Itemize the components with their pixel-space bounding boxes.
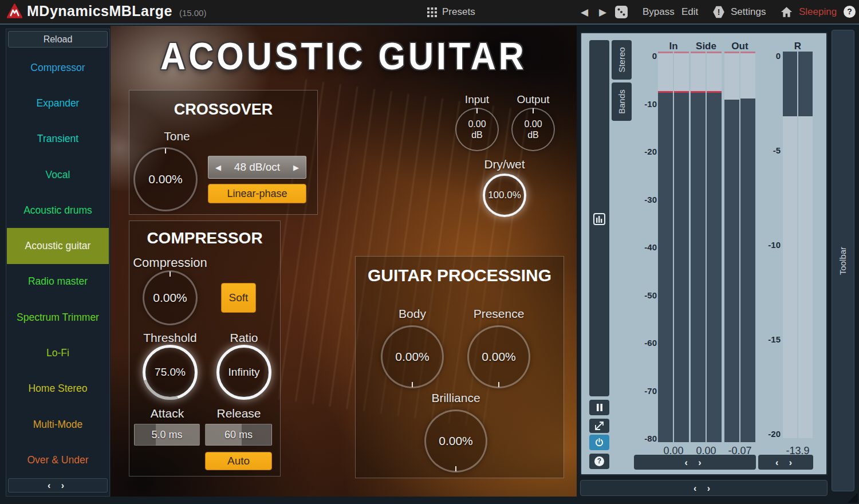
sleeping-status[interactable]: Sleeping (799, 6, 837, 18)
main-meter-scale: 0-10-20-30-40-50-60-70-80 (634, 33, 657, 477)
popout-meter-button[interactable] (589, 419, 609, 433)
popout-icon (595, 422, 604, 430)
output-knob[interactable]: 0.00 dB (511, 108, 555, 151)
presence-knob[interactable]: 0.00% (467, 325, 530, 388)
body-label: Body (378, 307, 447, 321)
compressor-title: COMPRESSOR (129, 229, 280, 247)
attack-slider[interactable]: 5.0 ms (134, 424, 200, 446)
scale-tick: -10 (634, 100, 657, 109)
attack-label: Attack (136, 407, 199, 420)
sidebar-item-multi-mode[interactable]: Multi-Mode (7, 407, 109, 442)
pause-metering-button[interactable] (589, 400, 609, 415)
sidebar-item-compressor[interactable]: Compressor (7, 50, 109, 85)
toolbar-label: Toolbar (838, 246, 848, 274)
crossover-section: CROSSOVER Tone 0.00% ◀ 48 dB/oct ▶ Linea… (129, 90, 318, 215)
app-version: (15.00) (179, 8, 207, 18)
scale-tick: -80 (634, 434, 657, 443)
tab-stereo[interactable]: Stereo (612, 40, 632, 80)
app-title: MDynamicsMBLarge (27, 3, 172, 19)
sidebar-item-acoustic-guitar[interactable]: Acoustic guitar (7, 228, 109, 263)
scroll-chevrons-icon: ‹ › (48, 481, 68, 490)
knob-pointer (170, 271, 171, 277)
r-meter-zoom-scrollbar[interactable]: ‹ › (758, 455, 813, 470)
sidebar-scrollbar[interactable]: ‹ › (8, 478, 108, 493)
sidebar-item-expander[interactable]: Expander (7, 85, 109, 121)
soft-knee-button[interactable]: Soft (221, 283, 256, 313)
sidebar-item-spectrum-trimmer[interactable]: Spectrum Trimmer (7, 300, 109, 335)
tone-knob[interactable]: 0.00% (133, 147, 198, 211)
sidebar-item-acoustic-drums[interactable]: Acoustic drums (7, 192, 109, 228)
preset-sidebar: Reload CompressorExpanderTransientVocalA… (6, 29, 110, 497)
reload-button[interactable]: Reload (8, 31, 108, 48)
tab-stereo-label: Stereo (617, 47, 626, 72)
tone-value: 0.00% (148, 172, 183, 186)
meter-panel: Stereo Bands In Side Out R 0-10-20-30-40… (580, 32, 828, 475)
knob-arc-gap (133, 335, 207, 410)
sidebar-item-radio-master[interactable]: Radio master (7, 264, 109, 300)
tone-label: Tone (140, 129, 214, 143)
slope-value: 48 dB/oct (234, 161, 280, 174)
home-icon[interactable] (781, 6, 793, 18)
auto-release-button[interactable]: Auto (205, 452, 272, 470)
body-knob[interactable]: 0.00% (381, 325, 444, 388)
title-bar: MDynamicsMBLarge (15.00) Presets ◀ ▶ Byp… (0, 0, 859, 25)
compression-value: 0.00% (153, 291, 187, 305)
plugin-window: MDynamicsMBLarge (15.00) Presets ◀ ▶ Byp… (0, 0, 859, 504)
meter-power-button[interactable] (589, 435, 609, 450)
release-slider[interactable]: 60 ms (205, 424, 272, 446)
scale-tick: -30 (634, 195, 657, 204)
sidebar-item-vocal[interactable]: Vocal (7, 157, 109, 192)
drywet-label: Dry/wet (476, 158, 533, 171)
scale-tick: -70 (634, 387, 657, 396)
linear-phase-button[interactable]: Linear-phase (208, 184, 306, 203)
bypass-button[interactable]: Bypass (643, 6, 675, 18)
scale-tick: 0 (758, 52, 781, 61)
presets-grid-icon[interactable] (427, 7, 437, 17)
window-resize-grip[interactable] (848, 493, 858, 503)
guitar-processing-section: GUITAR PROCESSING Body 0.00% Presence 0.… (355, 256, 564, 478)
compressor-section: COMPRESSOR Compression 0.00% Soft Thresh… (129, 220, 281, 477)
edit-button[interactable]: Edit (681, 6, 698, 18)
previous-preset-icon[interactable]: ◀ (581, 6, 588, 18)
sidebar-item-home-stereo[interactable]: Home Stereo (7, 371, 109, 407)
toolbar-handle[interactable]: Toolbar (832, 30, 854, 491)
random-preset-dice-icon[interactable] (615, 6, 628, 18)
stepper-right-icon[interactable]: ▶ (293, 163, 299, 172)
ratio-knob[interactable]: Infinity (216, 345, 271, 400)
stepper-left-icon[interactable]: ◀ (215, 163, 221, 172)
meter-bars-icon[interactable] (593, 213, 605, 225)
scale-tick: -10 (758, 241, 781, 250)
ratio-label: Ratio (221, 331, 267, 345)
knob-pointer (412, 382, 413, 387)
r-meter-scale: 0-5-10-15-20 (763, 33, 781, 477)
help-icon[interactable]: ? (844, 6, 856, 18)
sidebar-item-transient[interactable]: Transient (7, 121, 109, 157)
meter-bar-in-left (658, 52, 673, 442)
panel-scrollbar[interactable]: ‹ › (580, 480, 828, 496)
meter-help-button[interactable]: ? (589, 454, 609, 469)
sidebar-item-over-under[interactable]: Over & Under (7, 442, 109, 478)
brilliance-knob[interactable]: 0.00% (424, 410, 487, 472)
compression-knob[interactable]: 0.00% (143, 270, 198, 325)
tab-bands[interactable]: Bands (612, 82, 632, 121)
presets-menu[interactable]: Presets (442, 6, 475, 18)
input-knob[interactable]: 0.00 dB (455, 108, 499, 151)
meter-header-side: Side (689, 41, 723, 52)
guitar-processing-title: GUITAR PROCESSING (356, 266, 564, 285)
output-label: Output (505, 93, 562, 106)
sidebar-item-lo-fi[interactable]: Lo-Fi (7, 335, 109, 371)
attack-value: 5.0 ms (151, 429, 182, 441)
next-preset-icon[interactable]: ▶ (599, 6, 606, 18)
meter-bar-r-left (783, 52, 797, 438)
settings-button[interactable]: Settings (731, 6, 766, 18)
crossover-slope-stepper[interactable]: ◀ 48 dB/oct ▶ (208, 156, 306, 179)
knob-pointer (533, 108, 534, 113)
drywet-knob[interactable]: 100.0% (483, 174, 526, 217)
scroll-chevrons-icon: ‹ › (775, 456, 796, 469)
warning-icon[interactable]: ! (713, 6, 724, 18)
crossover-title: CROSSOVER (129, 101, 317, 119)
meter-zoom-scrollbar[interactable]: ‹ › (634, 455, 756, 470)
knob-pointer (165, 148, 166, 153)
threshold-knob[interactable]: 75.0% (143, 345, 198, 400)
input-unit: dB (471, 129, 483, 140)
